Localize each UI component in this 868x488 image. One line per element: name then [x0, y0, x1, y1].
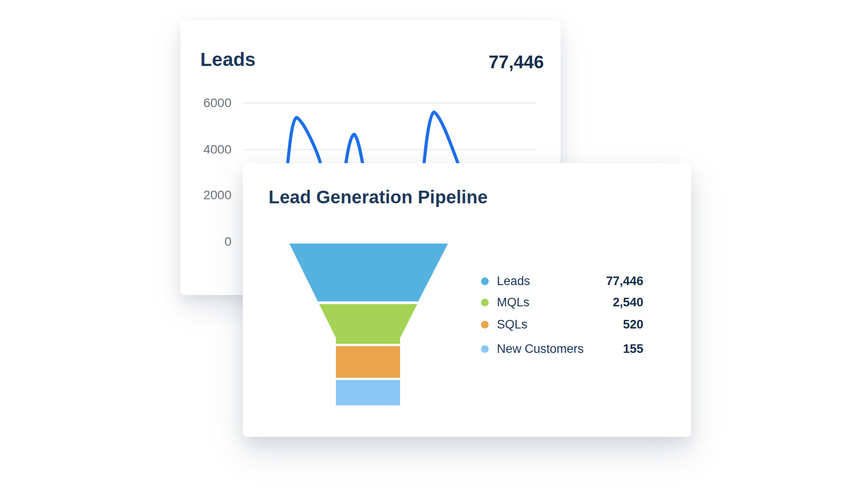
- pipeline-card: Lead Generation Pipeline Leads 77,446 MQ…: [243, 163, 691, 437]
- legend-value: 520: [623, 318, 643, 332]
- legend-value: 2,540: [613, 296, 643, 310]
- legend-dot-new-customers-icon: [481, 345, 489, 353]
- legend-item-sqls[interactable]: SQLs 520: [481, 317, 643, 332]
- funnel-legend: Leads 77,446 MQLs 2,540 SQLs 520 New Cus…: [481, 163, 643, 437]
- legend-dot-mqls-icon: [481, 299, 489, 306]
- legend-value: 77,446: [606, 274, 643, 288]
- funnel-segment-mqls: [319, 304, 417, 344]
- legend-item-new-customers[interactable]: New Customers 155: [481, 341, 643, 357]
- legend-value: 155: [623, 342, 643, 356]
- legend-label: MQLs: [497, 296, 529, 310]
- legend-dot-sqls-icon: [481, 321, 489, 328]
- legend-label: Leads: [497, 274, 530, 288]
- legend-label: SQLs: [497, 318, 528, 332]
- funnel-segment-leads: [289, 244, 448, 301]
- funnel-segment-new-customers: [336, 380, 400, 405]
- legend-item-leads[interactable]: Leads 77,446: [481, 273, 643, 289]
- funnel-segment-sqls: [336, 346, 400, 378]
- legend-dot-leads-icon: [481, 277, 489, 285]
- legend-label: New Customers: [497, 342, 584, 356]
- page-background: Leads 77,446 6000 4000 2000 0 Lead Gener…: [0, 0, 868, 488]
- legend-item-mqls[interactable]: MQLs 2,540: [481, 295, 643, 310]
